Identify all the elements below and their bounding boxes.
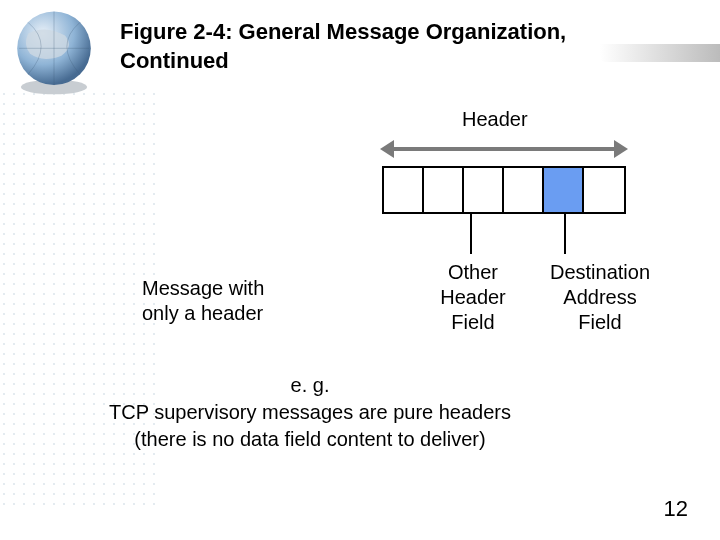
header-cell — [384, 168, 424, 212]
header-cell — [424, 168, 464, 212]
connector-line — [470, 214, 472, 254]
other-header-field-label: Other Header Field — [418, 260, 528, 335]
slide: Figure 2-4: General Message Organization… — [0, 0, 720, 540]
header-fields-box — [382, 166, 626, 214]
header-cell — [584, 168, 624, 212]
arrow-line — [388, 147, 620, 151]
message-with-header-label: Message with only a header — [142, 276, 264, 326]
connector-line — [564, 214, 566, 254]
example-text: e. g. TCP supervisory messages are pure … — [80, 372, 540, 453]
header-cell — [504, 168, 544, 212]
page-number: 12 — [664, 496, 688, 522]
header-span-arrow — [380, 140, 628, 158]
destination-address-field-label: Destination Address Field — [540, 260, 660, 335]
figure-title: Figure 2-4: General Message Organization… — [120, 18, 640, 75]
header-label: Header — [462, 108, 528, 131]
arrow-right-icon — [614, 140, 628, 158]
destination-address-cell — [544, 168, 584, 212]
globe-icon — [8, 6, 100, 98]
header-cell — [464, 168, 504, 212]
